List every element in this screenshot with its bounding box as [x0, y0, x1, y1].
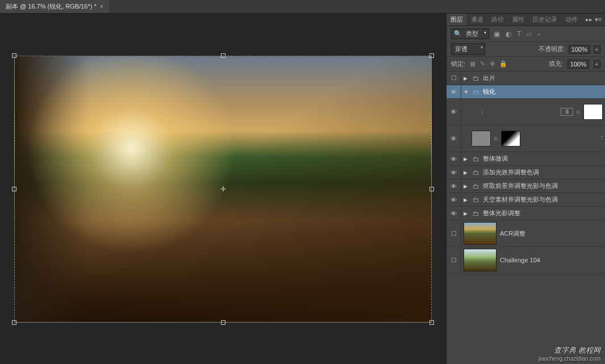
folder-icon: 🗀 — [473, 74, 479, 82]
visibility-toggle[interactable]: ☐ — [447, 247, 461, 273]
layer-name[interactable]: 出片 — [483, 74, 495, 82]
layer-acr[interactable]: ☐ ACR调整 — [447, 220, 605, 247]
folder-icon: 🗀 — [473, 196, 479, 204]
layer-name[interactable]: 锐化 — [483, 87, 495, 96]
panel-menu: ▸▸ ▾≡ — [582, 16, 605, 23]
transform-handle-br[interactable] — [429, 320, 434, 325]
folder-open-icon: 🗁 — [473, 88, 479, 96]
visibility-toggle[interactable]: 👁 — [447, 207, 461, 220]
tab-history[interactable]: 历史记录 — [528, 14, 561, 26]
visibility-toggle[interactable]: ☐ — [447, 72, 461, 85]
visibility-toggle[interactable]: 👁 — [447, 85, 461, 98]
lock-row: 锁定: ▦ ✎ ✥ 🔒 填充: 100% ▸ — [447, 57, 605, 72]
tab-properties[interactable]: 属性 — [508, 14, 528, 26]
filter-icons: ▣ ◐ T ▱ ▫ — [494, 30, 540, 38]
layer-group-foreground[interactable]: 👁 ▶ 🗀 抠取前景并调整光影与色调 — [447, 179, 605, 193]
visibility-toggle[interactable]: 👁 — [447, 152, 461, 165]
layer-thumbnail[interactable] — [464, 249, 496, 271]
blend-mode-select[interactable]: 穿透 — [451, 43, 485, 55]
disclosure-arrow-icon[interactable]: ▶ — [464, 156, 469, 162]
layer-group-glow[interactable]: 👁 ▶ 🗀 添加光效并调整色调 — [447, 166, 605, 179]
filter-adjust-icon[interactable]: ◐ — [506, 30, 511, 38]
fill-input[interactable]: 100% — [568, 60, 589, 69]
filter-type-select[interactable]: 🔍 类型 ▾ — [451, 28, 489, 39]
transform-handle-mr[interactable] — [429, 187, 434, 191]
lock-pixels-icon[interactable]: ▦ — [470, 60, 475, 68]
tab-channels[interactable]: 通道 — [467, 14, 487, 26]
disclosure-arrow-icon[interactable]: ▶ — [464, 197, 469, 203]
layer-name[interactable]: 天空素材并调整光影与色调 — [483, 195, 558, 204]
fill-flyout[interactable]: ▸ — [594, 60, 600, 68]
lock-position-icon[interactable]: ✥ — [490, 60, 495, 68]
layer-thumbnail[interactable] — [472, 131, 491, 147]
smart-filter-icon[interactable]: ⸚ — [601, 135, 603, 142]
lock-icons: ▦ ✎ ✥ 🔒 — [470, 60, 507, 68]
visibility-toggle[interactable]: 👁 — [447, 179, 461, 193]
layer-group-output[interactable]: ☐ ▶ 🗀 出片 — [447, 72, 605, 85]
layer-name[interactable]: 整体微调 — [483, 154, 508, 163]
layer-group-sharpen[interactable]: 👁 ▼ 🗁 锐化 — [447, 85, 605, 99]
filter-smart-icon[interactable]: ▫ — [537, 30, 540, 38]
transform-handle-ml[interactable] — [12, 187, 16, 191]
layer-smart-filter[interactable]: 👁 ⸽ ≣ ⎘ — [447, 99, 605, 125]
layer-group-light[interactable]: 👁 ▶ 🗀 整体光影调整 — [447, 207, 605, 220]
visibility-toggle[interactable]: 👁 — [447, 193, 461, 206]
layer-name[interactable]: 添加光效并调整色调 — [483, 168, 539, 177]
filter-image-icon[interactable]: ▣ — [494, 30, 500, 38]
transform-handle-tm[interactable] — [221, 53, 226, 58]
layer-filter-row: 🔍 类型 ▾ ▣ ◐ T ▱ ▫ — [447, 26, 605, 42]
collapse-icon[interactable]: ▸▸ — [586, 16, 593, 23]
layers-list: ☐ ▶ 🗀 出片 👁 ▼ 🗁 锐化 👁 ⸽ — [447, 72, 605, 364]
layer-thumbnail[interactable] — [464, 222, 496, 245]
search-icon: 🔍 — [454, 30, 462, 37]
chevron-down-icon: ▾ — [484, 30, 486, 35]
tab-paths[interactable]: 路径 — [487, 14, 508, 26]
layer-name[interactable]: ACR调整 — [500, 229, 525, 238]
lock-label: 锁定: — [451, 60, 465, 68]
mask-thumbnail[interactable] — [583, 104, 603, 120]
tab-actions[interactable]: 动作 — [561, 14, 582, 26]
transform-handle-bl[interactable] — [12, 320, 16, 325]
layer-challenge[interactable]: ☐ Challenge 104 — [447, 247, 605, 274]
layer-name[interactable]: Challenge 104 — [500, 257, 540, 263]
layer-group-sky[interactable]: 👁 ▶ 🗀 天空素材并调整光影与色调 — [447, 193, 605, 207]
filter-type-label: 类型 — [466, 30, 478, 37]
blend-row: 穿透 不透明度: 100% ▸ — [447, 42, 605, 57]
visibility-toggle[interactable]: ☐ — [447, 220, 461, 246]
opacity-input[interactable]: 100% — [569, 45, 590, 54]
visibility-toggle[interactable]: 👁 — [447, 125, 461, 152]
layer-name[interactable]: 整体光影调整 — [483, 209, 520, 217]
filter-shape-icon[interactable]: ▱ — [527, 30, 532, 38]
link-icon: ⎘ — [577, 109, 580, 115]
filter-text-icon[interactable]: T — [517, 30, 521, 38]
lock-brush-icon[interactable]: ✎ — [480, 60, 485, 68]
folder-icon: 🗀 — [473, 155, 479, 163]
transform-handle-tr[interactable] — [429, 53, 434, 58]
document-tab-bar: 副本 @ 16.7% (锐化, RGB/16*) * × — [0, 0, 605, 14]
opacity-label: 不透明度: — [539, 45, 565, 53]
panel-menu-icon[interactable]: ▾≡ — [595, 16, 602, 23]
visibility-toggle[interactable]: 👁 — [447, 99, 461, 125]
close-icon[interactable]: × — [100, 3, 103, 10]
visibility-toggle[interactable]: 👁 — [447, 166, 461, 179]
document-tab-title: 副本 @ 16.7% (锐化, RGB/16*) * — [6, 2, 97, 11]
disclosure-arrow-icon[interactable]: ▶ — [464, 183, 469, 189]
transform-handle-tl[interactable] — [12, 53, 16, 58]
disclosure-arrow-icon[interactable]: ▶ — [464, 170, 469, 175]
mask-thumbnail[interactable] — [501, 131, 520, 147]
lock-all-icon[interactable]: 🔒 — [499, 60, 507, 68]
fill-label: 填充: — [549, 60, 563, 68]
disclosure-arrow-icon[interactable]: ▶ — [464, 76, 469, 81]
fx-icon[interactable]: ≣ — [561, 108, 573, 116]
disclosure-arrow-icon[interactable]: ▶ — [464, 211, 469, 216]
transform-center-icon[interactable]: ✛ — [219, 185, 227, 193]
disclosure-arrow-icon[interactable]: ▼ — [464, 89, 469, 95]
layer-mask-gradient[interactable]: 👁 ⎘ ⸚ — [447, 125, 605, 152]
transform-handle-bm[interactable] — [221, 320, 226, 325]
opacity-flyout[interactable]: ▸ — [594, 45, 600, 53]
layer-group-overall-fine[interactable]: 👁 ▶ 🗀 整体微调 — [447, 152, 605, 166]
tab-layers[interactable]: 图层 — [447, 14, 467, 26]
layer-name[interactable]: 抠取前景并调整光影与色调 — [483, 182, 558, 190]
folder-icon: 🗀 — [473, 169, 479, 177]
document-tab[interactable]: 副本 @ 16.7% (锐化, RGB/16*) * × — [0, 0, 109, 13]
